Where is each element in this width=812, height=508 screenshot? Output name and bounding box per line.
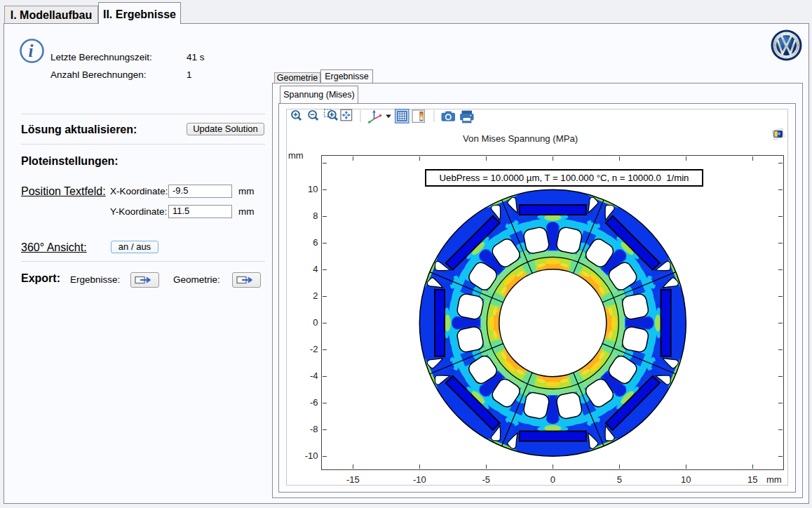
svg-text:i: i bbox=[29, 41, 34, 60]
